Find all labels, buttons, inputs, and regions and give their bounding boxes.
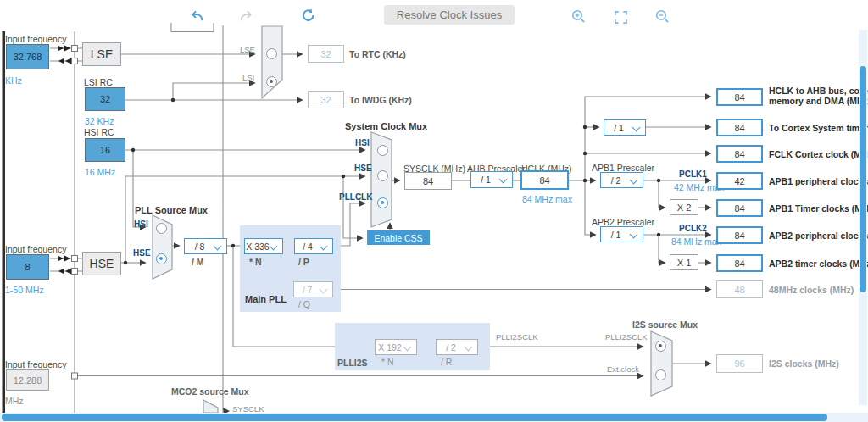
rtc-source-mux-shape bbox=[262, 26, 282, 98]
reset-button[interactable] bbox=[299, 6, 318, 25]
pll-mux-hsi-tag: HSI bbox=[134, 219, 148, 229]
fit-screen-button[interactable] bbox=[611, 8, 630, 26]
hse-oscillator-box: HSE bbox=[82, 252, 121, 275]
chevron-down-icon bbox=[403, 342, 412, 351]
clock-configuration-canvas: Resolve Clock Issues Input frequency 32.… bbox=[0, 0, 868, 422]
plli2s-n-multiplier-dropdown: X 192 bbox=[375, 339, 417, 355]
apb2-prescaler-dropdown[interactable]: / 1 bbox=[600, 226, 643, 242]
hse-input-frequency-field[interactable]: 8 bbox=[6, 254, 49, 280]
lse-input-frequency-field[interactable]: 32.768 bbox=[6, 44, 49, 69]
chevron-down-icon bbox=[214, 242, 222, 250]
horizontal-scrollbar-thumb[interactable] bbox=[2, 414, 827, 421]
rtc-mux-lsi-radio[interactable] bbox=[266, 76, 277, 87]
undo-button[interactable] bbox=[187, 7, 206, 25]
i2s-input-frequency-field: 12.288 bbox=[6, 369, 49, 391]
hse-input-frequency-label: Input frequency bbox=[5, 244, 66, 254]
vertical-scrollbar[interactable] bbox=[859, 30, 867, 405]
48mhz-output-box: 48 bbox=[716, 280, 763, 298]
resolve-clock-issues-button[interactable]: Resolve Clock Issues bbox=[384, 5, 515, 25]
sys-mux-hsi-tag: HSI bbox=[355, 138, 370, 147]
pll-p-label: / P bbox=[298, 257, 309, 267]
pclk2-max-label: 84 MHz max bbox=[671, 236, 721, 247]
chevron-down-icon bbox=[270, 242, 278, 250]
chevron-down-icon bbox=[320, 285, 328, 293]
fclk-output-box[interactable]: 84 bbox=[716, 145, 763, 163]
hclk-max-label: 84 MHz max bbox=[522, 194, 572, 204]
enable-css-button[interactable]: Enable CSS bbox=[367, 230, 430, 245]
i2s-clocks-label: I2S clocks (MHz) bbox=[769, 358, 839, 369]
system-clock-mux-title: System Clock Mux bbox=[345, 121, 427, 131]
mco2-source-mux-title: MCO2 source Mux bbox=[171, 386, 249, 397]
i2s-source-mux-title: I2S source Mux bbox=[632, 319, 698, 330]
plli2s-title: PLLI2S bbox=[337, 358, 368, 368]
rtc-mux-lse-radio[interactable] bbox=[266, 48, 277, 59]
lsi-rc-title: LSI RC bbox=[84, 77, 113, 87]
chevron-down-icon bbox=[320, 242, 328, 250]
lse-input-unit: KHz bbox=[5, 75, 22, 86]
apb1-peripheral-output-box[interactable]: 42 bbox=[716, 172, 763, 190]
i2s-mux-plli2sclk-radio[interactable] bbox=[655, 341, 666, 352]
redo-icon bbox=[238, 8, 254, 25]
zoom-in-icon bbox=[570, 8, 587, 25]
horizontal-scrollbar[interactable] bbox=[0, 413, 868, 422]
plli2s-r-label: / R bbox=[441, 357, 452, 367]
plli2s-n-label: * N bbox=[381, 357, 394, 367]
pll-source-mux-title: PLL Source Mux bbox=[135, 205, 208, 215]
pll-m-divider-dropdown[interactable]: / 8 bbox=[184, 238, 227, 254]
hse-input-range: 1-50 MHz bbox=[5, 285, 44, 295]
to-iwdg-label: To IWDG (KHz) bbox=[349, 95, 412, 105]
pll-mux-hsi-radio[interactable] bbox=[156, 223, 167, 234]
sys-mux-pllclk-radio[interactable] bbox=[377, 197, 388, 208]
apb1-timer-multiplier-box: X 2 bbox=[670, 199, 698, 215]
lsi-wire-tag: LSI bbox=[242, 73, 254, 82]
hclk-value-field[interactable]: 84 bbox=[520, 170, 569, 190]
apb1-peripheral-output-label: APB1 peripheral clocks (MHz) bbox=[769, 176, 868, 186]
undo-icon bbox=[189, 8, 205, 25]
zoom-out-icon bbox=[654, 8, 670, 25]
chevron-down-icon bbox=[499, 175, 508, 183]
apb1-timer-output-box[interactable]: 84 bbox=[716, 199, 763, 217]
lsi-rc-freq-label: 32 KHz bbox=[85, 116, 114, 126]
pll-q-divider-dropdown: / 7 bbox=[293, 281, 333, 297]
apb2-timer-output-label: APB2 timer clocks (MHz) bbox=[769, 258, 868, 269]
to-rtc-label: To RTC (KHz) bbox=[349, 49, 406, 59]
pll-n-multiplier-dropdown[interactable]: X 336 bbox=[244, 238, 283, 254]
pll-mux-hse-radio[interactable] bbox=[156, 253, 167, 264]
i2s-mux-extclock-radio[interactable] bbox=[655, 369, 666, 380]
reset-icon bbox=[300, 7, 317, 24]
pll-q-label: / Q bbox=[298, 299, 310, 309]
chevron-down-icon bbox=[630, 230, 638, 238]
i2s-mux-extclock-tag: Ext.clock bbox=[607, 364, 639, 374]
lse-wire-tag: LSE bbox=[240, 45, 255, 54]
redo-button[interactable] bbox=[236, 7, 255, 25]
sys-mux-hsi-radio[interactable] bbox=[377, 145, 388, 156]
i2s-input-frequency-label: Input frequency bbox=[5, 359, 66, 369]
pll-m-label: / M bbox=[192, 257, 204, 267]
hsi-rc-title: HSI RC bbox=[84, 127, 114, 137]
apb1-prescaler-dropdown[interactable]: / 2 bbox=[600, 172, 643, 188]
cortex-timer-prescaler-dropdown[interactable]: / 1 bbox=[604, 119, 646, 136]
main-pll-title: Main PLL bbox=[245, 294, 287, 304]
i2s-input-unit: MHz bbox=[5, 396, 24, 406]
apb2-peripheral-output-box[interactable]: 84 bbox=[716, 226, 763, 244]
hclk-ahb-output-box[interactable]: 84 bbox=[716, 88, 763, 106]
cortex-timer-output-box[interactable]: 84 bbox=[716, 119, 763, 136]
hsi-rc-value-box: 16 bbox=[85, 138, 125, 162]
vertical-scrollbar-thumb[interactable] bbox=[860, 66, 866, 292]
ahb-prescaler-dropdown[interactable]: / 1 bbox=[470, 171, 513, 188]
chevron-down-icon bbox=[465, 342, 473, 351]
lse-oscillator-box: LSE bbox=[82, 42, 121, 66]
sys-mux-pllclk-tag: PLLCLK bbox=[339, 192, 372, 202]
cortex-timer-output-label: To Cortex System timer (MHz) bbox=[769, 123, 868, 133]
zoom-in-button[interactable] bbox=[569, 7, 587, 25]
hsi-rc-freq-label: 16 MHz bbox=[85, 167, 115, 177]
iwdg-clock-value: 32 bbox=[308, 91, 344, 108]
pll-p-divider-dropdown[interactable]: / 4 bbox=[294, 238, 333, 254]
apb2-timer-output-box[interactable]: 84 bbox=[716, 254, 763, 272]
zoom-out-button[interactable] bbox=[653, 7, 671, 25]
lsi-rc-value-box: 32 bbox=[85, 87, 125, 111]
sys-mux-hse-radio[interactable] bbox=[377, 170, 388, 181]
sys-mux-hse-tag: HSE bbox=[354, 164, 372, 173]
fclk-output-label: FCLK Cortex clock (MHz) bbox=[769, 149, 868, 159]
pclk1-tag: PCLK1 bbox=[679, 169, 707, 179]
